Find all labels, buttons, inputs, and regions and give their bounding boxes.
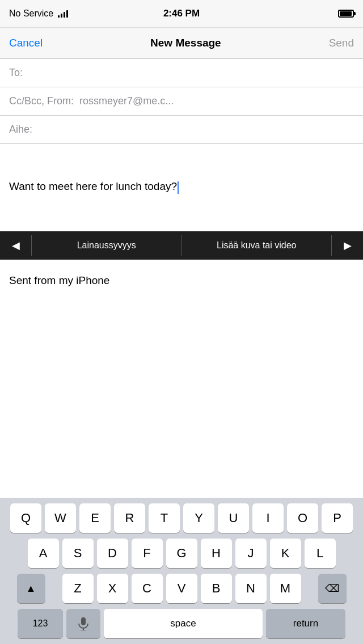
cancel-button[interactable]: Cancel bbox=[9, 37, 43, 49]
key-e[interactable]: E bbox=[79, 503, 111, 533]
backspace-key[interactable]: ⌫ bbox=[318, 574, 347, 603]
key-t[interactable]: T bbox=[149, 503, 180, 533]
key-c[interactable]: C bbox=[132, 574, 163, 603]
key-b[interactable]: B bbox=[201, 574, 232, 603]
key-j[interactable]: J bbox=[235, 539, 267, 568]
key-z[interactable]: Z bbox=[62, 574, 94, 603]
keyboard-bottom-row: 123 space return bbox=[3, 609, 360, 638]
send-button[interactable]: Send bbox=[329, 37, 354, 49]
key-s[interactable]: S bbox=[62, 539, 94, 568]
subject-field-row: Aihe: bbox=[0, 116, 363, 144]
text-cursor bbox=[178, 181, 179, 194]
keyboard-row-3: ▲ Z X C V B N M ⌫ bbox=[3, 574, 360, 603]
key-i[interactable]: I bbox=[252, 503, 284, 533]
carrier-info: No Service bbox=[9, 9, 68, 19]
format-toolbar: ◀ Lainaussyvyys Lisää kuva tai video ▶ bbox=[0, 231, 363, 260]
key-h[interactable]: H bbox=[201, 539, 232, 568]
key-g[interactable]: G bbox=[166, 539, 197, 568]
key-v[interactable]: V bbox=[166, 574, 197, 603]
key-d[interactable]: D bbox=[97, 539, 128, 568]
key-q[interactable]: Q bbox=[10, 503, 41, 533]
battery-container bbox=[338, 10, 354, 18]
space-key[interactable]: space bbox=[104, 609, 263, 638]
key-r[interactable]: R bbox=[114, 503, 145, 533]
key-w[interactable]: W bbox=[45, 503, 76, 533]
key-x[interactable]: X bbox=[97, 574, 128, 603]
key-y[interactable]: Y bbox=[183, 503, 214, 533]
key-k[interactable]: K bbox=[270, 539, 301, 568]
return-key[interactable]: return bbox=[266, 609, 345, 638]
key-p[interactable]: P bbox=[322, 503, 353, 533]
shift-key[interactable]: ▲ bbox=[17, 574, 45, 603]
key-f[interactable]: F bbox=[132, 539, 163, 568]
to-input[interactable] bbox=[27, 67, 354, 79]
key-u[interactable]: U bbox=[218, 503, 249, 533]
key-m[interactable]: M bbox=[270, 574, 301, 603]
mic-icon bbox=[78, 617, 89, 630]
battery-icon bbox=[338, 10, 354, 18]
key-a[interactable]: A bbox=[28, 539, 59, 568]
numbers-key[interactable]: 123 bbox=[18, 609, 63, 638]
battery-fill bbox=[340, 11, 352, 16]
key-o[interactable]: O bbox=[287, 503, 318, 533]
subject-label: Aihe: bbox=[9, 124, 32, 135]
key-l[interactable]: L bbox=[305, 539, 336, 568]
body-text: Want to meet here for lunch today? bbox=[9, 180, 177, 192]
toolbar-prev-button[interactable]: ◀ bbox=[0, 231, 31, 260]
mic-key[interactable] bbox=[66, 609, 100, 638]
toolbar-item-2[interactable]: Lisää kuva tai video bbox=[182, 231, 332, 260]
nav-bar: Cancel New Message Send bbox=[0, 28, 363, 59]
wifi-icon bbox=[58, 10, 68, 18]
signature-text: Sent from my iPhone bbox=[0, 274, 363, 294]
cc-field-row bbox=[0, 87, 363, 116]
carrier-text: No Service bbox=[9, 9, 53, 19]
keyboard-row-1: Q W E R T Y U I O P bbox=[3, 503, 360, 533]
to-field-row: To: bbox=[0, 59, 363, 87]
toolbar-next-button[interactable]: ▶ bbox=[332, 231, 363, 260]
status-bar: No Service 2:46 PM bbox=[0, 0, 363, 28]
cc-input[interactable] bbox=[9, 95, 354, 107]
keyboard: Q W E R T Y U I O P A S D F G H J K L ▲ … bbox=[0, 498, 363, 644]
key-n[interactable]: N bbox=[235, 574, 267, 603]
toolbar-item-1[interactable]: Lainaussyvyys bbox=[32, 231, 182, 260]
to-label: To: bbox=[9, 67, 23, 79]
nav-title: New Message bbox=[150, 37, 221, 49]
subject-input[interactable] bbox=[37, 124, 354, 135]
status-time: 2:46 PM bbox=[163, 8, 200, 19]
svg-rect-0 bbox=[81, 617, 86, 625]
keyboard-row-2: A S D F G H J K L bbox=[3, 539, 360, 568]
